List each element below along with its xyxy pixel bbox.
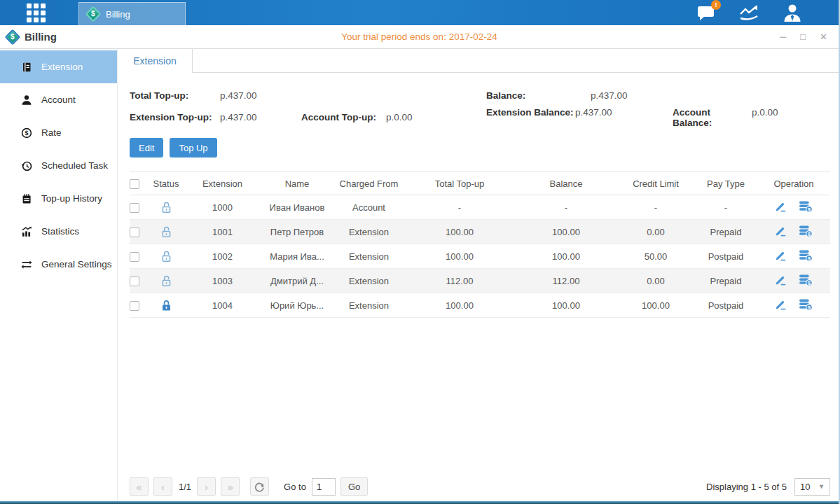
- extension-cell: 1000: [184, 195, 261, 220]
- sidebar-item-account[interactable]: Account: [0, 83, 117, 116]
- history-clock-icon: [21, 160, 32, 172]
- row-checkbox[interactable]: [130, 227, 139, 237]
- column-header-status: Status: [148, 172, 184, 195]
- status-cell: [148, 220, 184, 244]
- app-launcher-grid-icon[interactable]: [27, 4, 46, 22]
- go-button[interactable]: Go: [340, 477, 368, 496]
- top-up-button[interactable]: Top Up: [170, 138, 216, 158]
- notification-badge: !: [711, 0, 721, 10]
- column-header-credit-limit: Credit Limit: [617, 172, 694, 195]
- total-topup-cell: 100.00: [404, 293, 515, 318]
- balance-cell: -: [515, 195, 617, 220]
- goto-page-input[interactable]: [312, 478, 336, 496]
- row-checkbox[interactable]: [130, 276, 139, 286]
- row-select-cell: [130, 220, 148, 244]
- row-checkbox[interactable]: [130, 301, 139, 311]
- balance-summary: Total Top-up: p.437.00 Balance: p.437.00…: [130, 85, 830, 128]
- column-header-extension: Extension: [184, 172, 261, 195]
- page-size-select[interactable]: 10 ▼: [794, 478, 830, 496]
- edit-button[interactable]: Edit: [130, 138, 163, 158]
- total-topup-cell: 100.00: [404, 220, 515, 244]
- app-tab-billing[interactable]: $ Billing: [78, 2, 186, 25]
- credit-limit-cell: 0.00: [617, 269, 694, 293]
- extension-cell: 1001: [184, 220, 261, 244]
- notifications-chat-icon[interactable]: !: [697, 4, 715, 21]
- table-row: 1001Петр ПетровExtension100.00100.000.00…: [130, 220, 830, 244]
- name-cell: Петр Петров: [261, 220, 333, 244]
- pagination-bar: « ‹ 1/1 › » Go to Go Displaying 1 - 5 of…: [130, 477, 830, 496]
- balance-cell: 100.00: [515, 293, 617, 318]
- window-bottom-edge: [0, 501, 839, 504]
- credit-limit-cell: 100.00: [617, 293, 694, 318]
- column-header-name: Name: [261, 172, 333, 195]
- name-cell: Юрий Юрь...: [261, 293, 333, 318]
- credit-limit-cell: 50.00: [617, 244, 694, 269]
- charged-from-cell: Extension: [333, 269, 404, 293]
- edit-pencil-icon[interactable]: [775, 298, 787, 310]
- resource-monitor-chart-icon[interactable]: [739, 4, 759, 21]
- displaying-status: Displaying 1 - 5 of 5: [706, 482, 787, 492]
- edit-pencil-icon[interactable]: [775, 274, 787, 286]
- total-topup-cell: 100.00: [404, 244, 515, 269]
- extension-cell: 1002: [184, 244, 261, 269]
- page-indicator: 1/1: [179, 482, 191, 492]
- balance-label: Balance:: [486, 90, 591, 101]
- edit-pencil-icon[interactable]: [775, 225, 787, 237]
- sidebar-item-label: Top-up History: [41, 193, 102, 204]
- person-icon: [21, 94, 32, 106]
- next-page-button[interactable]: ›: [197, 477, 216, 496]
- operation-cell: $: [757, 195, 830, 220]
- operation-cell: $: [757, 293, 830, 318]
- minimize-button[interactable]: ─: [780, 32, 786, 41]
- account-balance-label: Account Balance:: [673, 107, 752, 128]
- tabs-filler: [193, 49, 840, 73]
- select-all-checkbox[interactable]: [130, 179, 139, 189]
- balance-cell: 100.00: [515, 220, 617, 244]
- top-up-coins-icon[interactable]: $: [799, 274, 813, 286]
- status-cell: [148, 244, 184, 269]
- lock-open-icon: [160, 250, 172, 263]
- user-account-icon[interactable]: [783, 4, 802, 22]
- extension-cell: 1004: [184, 293, 261, 318]
- top-bar: $ Billing !: [0, 0, 839, 25]
- sidebar-item-label: Rate: [41, 127, 62, 138]
- top-up-coins-icon[interactable]: $: [799, 249, 813, 262]
- name-cell: Иван Иванов: [261, 195, 333, 220]
- sidebar-item-scheduled-task[interactable]: Scheduled Task: [0, 149, 117, 182]
- sidebar-item-statistics[interactable]: Statistics: [0, 215, 117, 248]
- name-cell: Дмитрий Д...: [261, 269, 333, 293]
- prev-page-button[interactable]: ‹: [153, 477, 172, 496]
- last-page-button[interactable]: »: [221, 477, 240, 496]
- column-header-operation: Operation: [757, 172, 830, 195]
- extensions-table: StatusExtensionNameCharged FromTotal Top…: [130, 172, 830, 318]
- top-up-coins-icon[interactable]: $: [799, 200, 813, 213]
- goto-label: Go to: [284, 482, 306, 492]
- maximize-button[interactable]: □: [800, 32, 806, 41]
- total-topup-cell: -: [404, 195, 515, 220]
- top-up-coins-icon[interactable]: $: [799, 225, 813, 237]
- row-checkbox[interactable]: [130, 252, 139, 262]
- close-button[interactable]: ✕: [820, 32, 827, 41]
- edit-pencil-icon[interactable]: [775, 249, 787, 261]
- tab-extension[interactable]: Extension: [118, 49, 193, 73]
- table-row: 1000Иван ИвановAccount----$: [130, 195, 830, 220]
- total-topup-value: p.437.00: [220, 90, 257, 101]
- top-up-coins-icon[interactable]: $: [799, 298, 813, 311]
- edit-pencil-icon[interactable]: [775, 200, 787, 212]
- pay-type-cell: -: [694, 195, 757, 220]
- sidebar-item-extension[interactable]: Extension: [0, 50, 117, 83]
- extension-balance-label: Extension Balance:: [486, 107, 575, 128]
- sidebar-item-top-up-history[interactable]: Top-up History: [0, 182, 117, 215]
- operation-cell: $: [757, 220, 830, 244]
- row-checkbox[interactable]: [130, 203, 139, 213]
- sidebar-item-rate[interactable]: $Rate: [0, 116, 117, 149]
- balance-value: p.437.00: [591, 90, 628, 101]
- sidebar-item-general-settings[interactable]: General Settings: [0, 248, 117, 281]
- refresh-button[interactable]: [250, 477, 269, 496]
- pay-type-cell: Postpaid: [694, 293, 757, 318]
- total-topup-cell: 112.00: [404, 269, 515, 293]
- first-page-button[interactable]: «: [130, 477, 149, 496]
- account-topup-value: p.0.00: [386, 112, 413, 122]
- svg-text:$: $: [25, 130, 28, 136]
- row-select-cell: [130, 269, 148, 293]
